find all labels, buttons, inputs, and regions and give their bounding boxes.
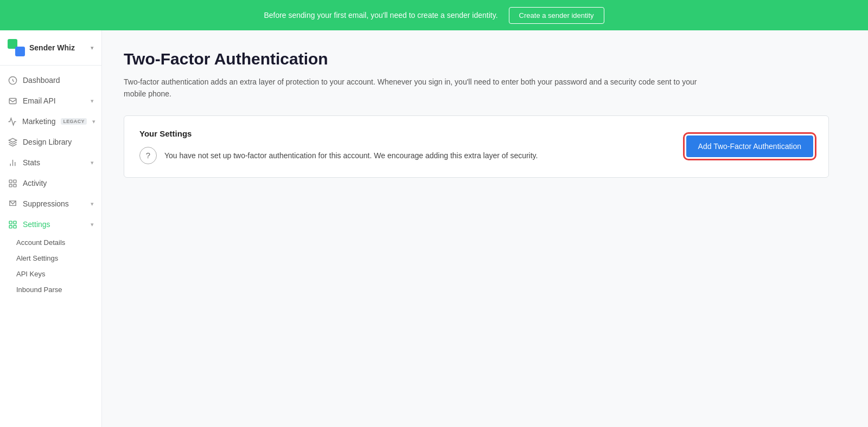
svg-rect-8	[13, 184, 16, 186]
settings-card-left: Your Settings ? You have not set up two-…	[139, 129, 538, 164]
svg-rect-12	[13, 225, 16, 228]
sidebar-item-settings[interactable]: Settings ▾	[0, 214, 101, 235]
svg-rect-11	[9, 225, 12, 228]
two-factor-settings-card: Your Settings ? You have not set up two-…	[124, 115, 829, 178]
dashboard-icon	[8, 75, 17, 85]
sidebar-item-stats[interactable]: Stats ▾	[0, 152, 101, 173]
question-circle-icon: ?	[139, 147, 157, 164]
sub-nav-item-inbound-parse[interactable]: Inbound Parse	[0, 282, 101, 297]
sidebar-item-label-email-api: Email API	[23, 96, 85, 105]
stats-chevron-icon: ▾	[91, 159, 94, 166]
sidebar-item-suppressions[interactable]: Suppressions ▾	[0, 193, 101, 214]
sidebar-item-label-dashboard: Dashboard	[23, 76, 94, 85]
design-library-icon	[8, 137, 17, 147]
app-layout: Sender Whiz ▾ Dashboard	[0, 30, 868, 427]
email-api-chevron-icon: ▾	[91, 98, 94, 105]
settings-chevron-icon: ▾	[91, 221, 94, 228]
marketing-chevron-icon: ▾	[92, 118, 95, 125]
email-api-icon	[8, 96, 17, 106]
settings-card-body: ? You have not set up two-factor authent…	[139, 147, 538, 164]
svg-rect-1	[9, 98, 16, 103]
svg-rect-10	[13, 221, 16, 224]
sidebar-brand[interactable]: Sender Whiz ▾	[0, 30, 101, 66]
page-title: Two-Factor Authentication	[124, 50, 846, 68]
sidebar-item-label-settings: Settings	[23, 220, 85, 229]
settings-sub-nav: Account Details Alert Settings API Keys …	[0, 235, 101, 300]
suppressions-icon	[8, 199, 17, 209]
sidebar-item-label-marketing: Marketing	[22, 117, 55, 126]
stats-icon	[8, 158, 17, 167]
main-content: Two-Factor Authentication Two-factor aut…	[102, 30, 868, 427]
create-sender-identity-button[interactable]: Create a sender identity	[509, 7, 604, 24]
sidebar-item-marketing[interactable]: Marketing LEGACY ▾	[0, 111, 101, 132]
sidebar-nav: Dashboard Email API ▾	[0, 66, 101, 427]
suppressions-chevron-icon: ▾	[91, 200, 94, 208]
marketing-icon	[8, 117, 17, 126]
activity-icon	[8, 178, 17, 188]
svg-rect-9	[9, 221, 12, 224]
sub-nav-item-account-details[interactable]: Account Details	[0, 235, 101, 250]
svg-rect-7	[13, 180, 16, 183]
sidebar-item-label-design-library: Design Library	[23, 138, 94, 146]
sidebar-item-design-library[interactable]: Design Library	[0, 132, 101, 152]
svg-rect-6	[9, 184, 12, 186]
sidebar-item-label-activity: Activity	[23, 179, 94, 187]
add-two-factor-authentication-button[interactable]: Add Two-Factor Authentication	[686, 135, 813, 157]
legacy-badge: LEGACY	[61, 118, 86, 125]
sidebar: Sender Whiz ▾ Dashboard	[0, 30, 102, 427]
brand-name: Sender Whiz	[29, 43, 75, 52]
sidebar-item-email-api[interactable]: Email API ▾	[0, 90, 101, 111]
top-banner: Before sending your first email, you'll …	[0, 0, 868, 30]
sub-nav-item-api-keys[interactable]: API Keys	[0, 266, 101, 282]
sidebar-item-activity[interactable]: Activity	[0, 173, 101, 193]
sidebar-item-label-suppressions: Suppressions	[23, 199, 85, 208]
settings-message: You have not set up two-factor authentic…	[164, 151, 538, 160]
sidebar-item-dashboard[interactable]: Dashboard	[0, 70, 101, 90]
settings-icon	[8, 219, 17, 229]
svg-rect-5	[9, 180, 12, 183]
banner-message: Before sending your first email, you'll …	[264, 11, 497, 20]
settings-card-title: Your Settings	[139, 129, 538, 138]
brand-chevron: ▾	[91, 44, 94, 51]
sidebar-item-label-stats: Stats	[23, 158, 85, 167]
brand-icon	[8, 39, 25, 56]
sub-nav-item-alert-settings[interactable]: Alert Settings	[0, 250, 101, 266]
page-description: Two-factor authentication adds an extra …	[124, 76, 720, 100]
